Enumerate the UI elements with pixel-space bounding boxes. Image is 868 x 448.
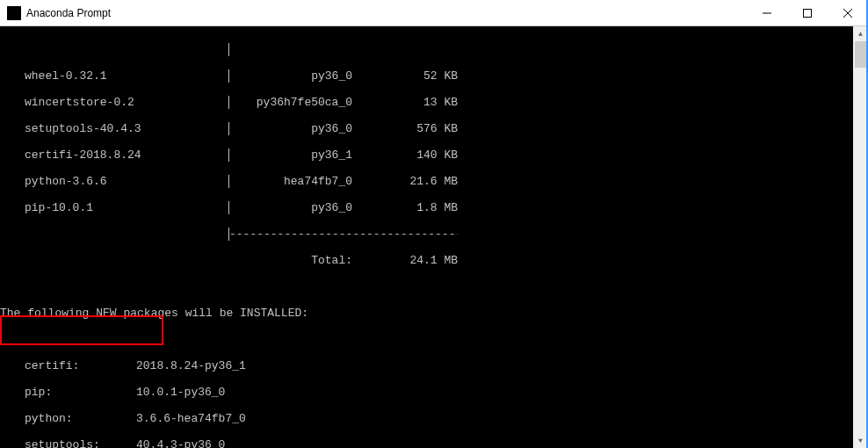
pkg-build: py36h7fe50ca_0 [229, 96, 352, 109]
pkg-build: py36_0 [229, 122, 352, 135]
new-pkg-name: python: [0, 412, 136, 425]
total-size: 24.1 MB [352, 254, 458, 267]
minimize-button[interactable] [747, 0, 787, 25]
new-pkg-name: pip: [0, 386, 136, 399]
new-pkg-ver: 3.6.6-hea74fb7_0 [136, 412, 246, 425]
pkg-name: wincertstore-0.2 [0, 96, 228, 109]
new-pkg-name: setuptools: [0, 438, 136, 448]
pkg-name: python-3.6.6 [0, 175, 228, 188]
pkg-build: py36_0 [229, 201, 352, 214]
pkg-build: py36_1 [229, 148, 352, 162]
pkg-size: 576 KB [352, 122, 458, 135]
pkg-size: 1.8 MB [352, 201, 458, 214]
close-button[interactable] [828, 0, 868, 25]
total-label: Total: [229, 254, 352, 267]
window-titlebar: Anaconda Prompt [0, 0, 868, 26]
install-header: The following NEW packages will be INSTA… [0, 307, 868, 320]
scrollbar-thumb[interactable] [855, 41, 866, 68]
app-icon [7, 6, 21, 20]
pkg-name: pip-10.0.1 [0, 201, 228, 214]
svg-rect-1 [804, 9, 812, 17]
pkg-size: 21.6 MB [352, 175, 458, 188]
pkg-build: py36_0 [229, 69, 352, 83]
window-controls [747, 0, 868, 25]
pkg-size: 13 KB [352, 96, 458, 109]
window-title: Anaconda Prompt [26, 7, 747, 19]
terminal-output[interactable]: wheel-0.32.1py36_052 KB wincertstore-0.2… [0, 26, 868, 448]
pkg-build: hea74fb7_0 [229, 175, 352, 188]
pkg-size: 140 KB [352, 148, 458, 162]
pkg-name: certifi-2018.8.24 [0, 148, 228, 162]
dashes: ----------------------------------------… [229, 228, 458, 241]
pkg-name: setuptools-40.4.3 [0, 122, 228, 135]
new-pkg-ver: 10.0.1-py36_0 [136, 386, 225, 399]
pkg-name: wheel-0.32.1 [0, 69, 228, 83]
new-pkg-ver: 40.4.3-py36_0 [136, 438, 225, 448]
pkg-size: 52 KB [352, 69, 458, 83]
new-pkg-name: certifi: [0, 359, 136, 372]
new-pkg-ver: 2018.8.24-py36_1 [136, 359, 246, 372]
maximize-button[interactable] [787, 0, 828, 25]
